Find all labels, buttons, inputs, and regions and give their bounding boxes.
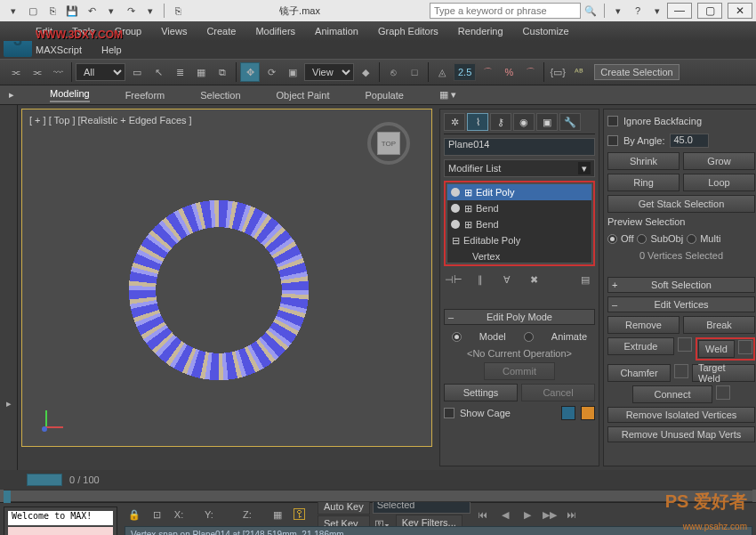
create-selection-field[interactable]: Create Selection [594, 64, 679, 80]
keymode-icon[interactable]: □ [405, 62, 424, 82]
redo-dd-icon[interactable]: ▾ [142, 3, 158, 19]
connect-button[interactable]: Connect [632, 385, 712, 403]
menu-grapheditors[interactable]: Graph Editors [378, 26, 438, 36]
ribbon-extra-icon[interactable]: ▦ ▾ [439, 89, 456, 101]
radio-multi[interactable] [687, 234, 696, 244]
stack-item-bend2[interactable]: ⊞ Bend [447, 216, 591, 232]
unlink-tool-icon[interactable]: ⫘ [27, 62, 46, 82]
goto-end-icon[interactable]: ⏭ [562, 506, 582, 523]
menu-animation[interactable]: Animation [315, 26, 358, 36]
prev-frame-icon[interactable]: ◀ [495, 506, 515, 523]
angle-spinner[interactable]: 45.0 [670, 134, 709, 148]
iso-sel-icon[interactable]: ⊡ [147, 505, 166, 524]
snap-spinner[interactable]: 2.5 [454, 63, 476, 81]
radio-off[interactable] [607, 234, 617, 244]
showcage-checkbox[interactable] [444, 408, 454, 418]
rotate-tool-icon[interactable]: ⟳ [261, 62, 281, 82]
extrude-button[interactable]: Extrude [607, 337, 674, 355]
pivot-icon[interactable]: ◆ [356, 62, 375, 82]
y-icon[interactable]: Y: [191, 505, 227, 524]
close-button[interactable]: ✕ [728, 3, 752, 19]
select-name-icon[interactable]: ≣ [170, 62, 189, 82]
tab-freeform[interactable]: Freeform [125, 90, 165, 101]
menu-help[interactable]: Help [101, 45, 122, 55]
rm-map-verts-button[interactable]: Remove Unused Map Verts [607, 426, 755, 442]
menu-rendering[interactable]: Rendering [458, 26, 503, 36]
commit-button[interactable]: Commit [484, 362, 555, 380]
snap-2d-icon[interactable]: ◬ [432, 62, 452, 82]
menu-views[interactable]: Views [161, 26, 187, 36]
modifier-stack[interactable]: ⊞ Edit Poly ⊞ Bend ⊞ Bend ⊟ Editable Pol… [446, 183, 592, 263]
window-cross-icon[interactable]: ⧉ [213, 62, 232, 82]
app-menu-icon[interactable]: ▾ [5, 3, 21, 19]
key-icon[interactable]: ⚿ [290, 505, 310, 524]
pin-stack-icon[interactable]: ⊣⊢ [444, 270, 463, 289]
maxscript-listener[interactable]: Welcome to MAX! [8, 511, 113, 525]
time-thumb[interactable] [27, 474, 62, 486]
shrink-button[interactable]: Shrink [607, 152, 680, 170]
tab-display-icon[interactable]: ▣ [536, 113, 558, 131]
remove-mod-icon[interactable]: ✖ [524, 270, 543, 289]
grow-button[interactable]: Grow [683, 152, 755, 170]
left-expand-icon[interactable]: ▸ [0, 393, 19, 413]
viewcube[interactable]: TOP [367, 122, 410, 165]
chamfer-button[interactable]: Chamfer [607, 364, 671, 382]
angle-snap-icon[interactable]: ⌒ [478, 62, 497, 82]
radio-subobj[interactable] [637, 234, 647, 244]
bulb-icon[interactable] [451, 204, 460, 213]
object-name-field[interactable]: Plane014 [444, 138, 595, 156]
open-icon[interactable]: ⎘ [44, 3, 60, 19]
move-tool-icon[interactable]: ✥ [240, 62, 260, 82]
tab-utils-icon[interactable]: 🔧 [559, 113, 581, 131]
target-weld-button[interactable]: Target Weld [692, 364, 755, 382]
z-icon[interactable]: Z: [229, 505, 265, 524]
tab-populate[interactable]: Populate [365, 90, 403, 101]
undo-icon[interactable]: ↶ [84, 3, 100, 19]
ignore-bf-checkbox[interactable] [607, 116, 618, 126]
bind-tool-icon[interactable]: 〰 [48, 62, 68, 82]
named-set-icon[interactable]: {▭} [548, 62, 567, 82]
help-icon[interactable]: ? [630, 3, 646, 19]
lock-sel-icon[interactable]: 🔒 [125, 505, 144, 524]
viewport-top[interactable]: [ + ] [ Top ] [Realistic + Edged Faces ]… [21, 109, 432, 447]
play-icon[interactable]: ▶ [518, 506, 537, 523]
grid-icon[interactable]: ▦ [268, 505, 287, 524]
manip-icon[interactable]: ⎋ [383, 62, 403, 82]
bulb-icon[interactable] [451, 220, 460, 229]
stack-item-editpoly[interactable]: ⊞ Edit Poly [447, 184, 591, 200]
get-stack-sel-button[interactable]: Get Stack Selection [607, 195, 755, 213]
viewport-label[interactable]: [ + ] [ Top ] [Realistic + Edged Faces ] [29, 115, 192, 126]
goto-start-icon[interactable]: ⏮ [473, 506, 493, 523]
scale-tool-icon[interactable]: ▣ [283, 62, 302, 82]
spinner-snap-icon[interactable]: ⌒ [520, 62, 540, 82]
select-icon[interactable]: ▭ [127, 62, 147, 82]
x-icon[interactable]: X: [169, 505, 189, 524]
radio-animate[interactable] [524, 332, 534, 342]
bulb-icon[interactable] [451, 188, 460, 197]
weld-settings-button[interactable] [738, 340, 752, 354]
viewcube-face[interactable]: TOP [377, 132, 400, 155]
loop-button[interactable]: Loop [683, 174, 755, 191]
tab-modeling[interactable]: Modeling [50, 88, 90, 102]
link-tool-icon[interactable]: ⫘ [5, 62, 25, 82]
cancel-button[interactable]: Cancel [521, 384, 595, 401]
tab-selection[interactable]: Selection [200, 90, 240, 101]
weld-button[interactable]: Weld [698, 340, 735, 358]
maxscript-input[interactable] [8, 527, 113, 535]
ribbon-min-icon[interactable]: ▸ [9, 89, 14, 101]
settings-button[interactable]: Settings [444, 384, 518, 401]
signin-icon[interactable]: ▾ [610, 3, 626, 19]
rm-iso-verts-button[interactable]: Remove Isolated Vertices [607, 407, 755, 423]
extrude-settings-button[interactable] [678, 337, 692, 352]
rollout-soft-selection[interactable]: +Soft Selection [607, 277, 755, 293]
menu-modifiers[interactable]: Modifiers [255, 26, 295, 36]
tab-create-icon[interactable]: ✲ [444, 113, 465, 131]
select-arrow-icon[interactable]: ↖ [149, 62, 168, 82]
undo-dd-icon[interactable]: ▾ [103, 3, 119, 19]
time-slider[interactable]: 0 / 100 [0, 470, 756, 490]
ring-button[interactable]: Ring [607, 174, 680, 191]
abc-icon[interactable]: ᴬᴮ [569, 62, 589, 82]
select-region-icon[interactable]: ▦ [191, 62, 211, 82]
tab-motion-icon[interactable]: ◉ [513, 113, 535, 131]
show-end-icon[interactable]: ∥ [470, 270, 490, 289]
